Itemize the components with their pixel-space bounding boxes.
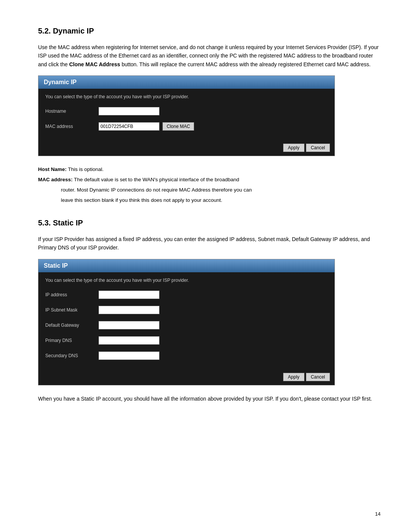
note-mac-address-cont: router. Most Dynamic IP connections do n… <box>38 186 381 195</box>
subnet-mask-label: IP Subnet Mask <box>45 307 99 313</box>
subnet-mask-row: IP Subnet Mask <box>45 304 328 316</box>
section-53-description: If your ISP Provider has assigned a fixe… <box>38 235 381 252</box>
static-ip-subtitle: You can select the type of the account y… <box>45 278 328 283</box>
dynamic-ip-panel-title: Dynamic IP <box>44 79 76 85</box>
mac-address-row: MAC address Clone MAC <box>45 121 328 132</box>
secondary-dns-input[interactable] <box>99 351 159 360</box>
ip-address-row: IP address <box>45 289 328 300</box>
primary-dns-label: Primary DNS <box>45 338 99 343</box>
dynamic-ip-panel: Dynamic IP You can select the type of th… <box>38 75 335 156</box>
static-ip-closing-text: When you have a Static IP account, you s… <box>38 395 381 403</box>
clone-mac-button[interactable]: Clone MAC <box>162 122 194 131</box>
primary-dns-row: Primary DNS <box>45 335 328 346</box>
hostname-label: Hostname <box>45 109 99 114</box>
dynamic-ip-subtitle: You can select the type of the account y… <box>45 94 328 99</box>
static-ip-panel-header: Static IP <box>38 259 335 272</box>
static-ip-cancel-button[interactable]: Cancel <box>306 373 330 381</box>
default-gateway-input[interactable] <box>99 321 159 329</box>
note-mac-address-cont2: leave this section blank if you think th… <box>38 196 381 205</box>
section-52-title: 5.2. Dynamic IP <box>38 27 381 35</box>
section-53-title: 5.3. Static IP <box>38 219 381 227</box>
default-gateway-label: Default Gateway <box>45 323 99 328</box>
ip-address-label: IP address <box>45 292 99 297</box>
static-ip-panel-footer: Apply Cancel <box>38 371 335 385</box>
hostname-row: Hostname <box>45 105 328 117</box>
note-mac-address: MAC address: The default value is set to… <box>38 176 381 184</box>
static-ip-panel-title: Static IP <box>44 262 68 269</box>
page-number: 14 <box>375 511 381 517</box>
primary-dns-input[interactable] <box>99 336 159 345</box>
ip-address-input[interactable] <box>99 291 159 299</box>
dynamic-ip-panel-header: Dynamic IP <box>38 76 335 89</box>
mac-address-input[interactable] <box>99 122 159 131</box>
section-52-description: Use the MAC address when registering for… <box>38 43 381 69</box>
secondary-dns-label: Secundary DNS <box>45 353 99 358</box>
mac-address-label: MAC address <box>45 124 99 129</box>
secondary-dns-row: Secundary DNS <box>45 350 328 361</box>
dynamic-ip-panel-body: You can select the type of the account y… <box>38 89 335 141</box>
static-ip-panel-body: You can select the type of the account y… <box>38 272 335 371</box>
default-gateway-row: Default Gateway <box>45 320 328 331</box>
hostname-input[interactable] <box>99 107 159 115</box>
dynamic-ip-panel-footer: Apply Cancel <box>38 141 335 156</box>
dynamic-ip-notes: Host Name: This is optional. MAC address… <box>38 165 381 205</box>
note-hostname: Host Name: This is optional. <box>38 165 381 174</box>
dynamic-ip-apply-button[interactable]: Apply <box>283 144 304 152</box>
subnet-mask-input[interactable] <box>99 306 159 314</box>
dynamic-ip-cancel-button[interactable]: Cancel <box>306 144 330 152</box>
static-ip-panel: Static IP You can select the type of the… <box>38 259 335 385</box>
static-ip-apply-button[interactable]: Apply <box>283 373 304 381</box>
